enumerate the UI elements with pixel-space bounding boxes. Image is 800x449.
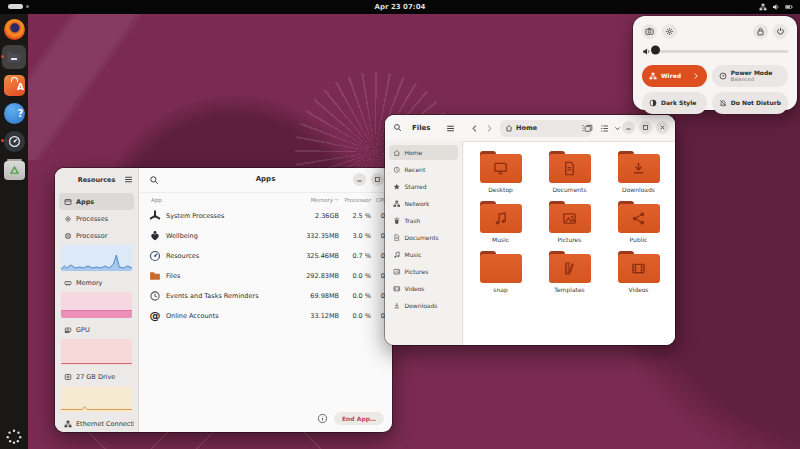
dock-item[interactable] [2, 17, 26, 41]
table-row[interactable]: Events and Tasks Reminders 69.98MB 0.0 %… [139, 286, 392, 306]
folder-item[interactable]: Downloads [607, 151, 671, 193]
camera-icon [645, 27, 654, 36]
sidebar-item[interactable]: Ethernet Connecti… [59, 415, 134, 432]
quick-settings-tile[interactable]: Power Mode Balanced [712, 65, 788, 87]
clock[interactable]: Apr 23 07:04 [0, 3, 800, 11]
folder-item[interactable]: Music [469, 201, 533, 243]
volume-knob[interactable] [651, 45, 660, 54]
app-icon [4, 103, 25, 124]
sidebar-item[interactable]: Documents [389, 230, 458, 245]
close-button[interactable] [656, 121, 669, 134]
dock-item[interactable] [2, 45, 26, 69]
sidebar-item-icon [64, 326, 72, 334]
tab-overview-icon[interactable] [584, 124, 593, 133]
folder-item[interactable]: Pictures [538, 201, 602, 243]
quick-settings-tile[interactable]: Wired [642, 65, 707, 87]
maximize-button[interactable] [639, 121, 652, 134]
folder-item[interactable]: Desktop [469, 151, 533, 193]
folder-item[interactable]: Documents [538, 151, 602, 193]
chevron-right-icon[interactable] [692, 72, 700, 80]
path-bar[interactable]: Home [500, 120, 592, 137]
folder-item[interactable]: Public [607, 201, 671, 243]
list-view-icon[interactable] [600, 124, 609, 133]
minimize-button[interactable] [622, 121, 635, 134]
power-icon [776, 27, 785, 36]
menu-icon[interactable] [446, 124, 455, 133]
sidebar-item[interactable]: Processes [59, 210, 134, 227]
sidebar-item[interactable]: Videos [389, 281, 458, 296]
volume-slider[interactable] [656, 50, 788, 54]
power-button[interactable] [773, 24, 788, 39]
sidebar-item[interactable]: Starred [389, 179, 458, 194]
dock-item[interactable] [2, 73, 26, 97]
folder-item[interactable]: Templates [538, 251, 602, 293]
sidebar-item[interactable]: 27 GB Drive [59, 368, 134, 385]
folder-item[interactable]: Videos [607, 251, 671, 293]
sidebar-item-label: Processor [76, 232, 107, 240]
forward-button[interactable] [485, 124, 494, 133]
sidebar-item[interactable]: Recent [389, 162, 458, 177]
sidebar-item-label: Videos [405, 285, 425, 292]
menu-icon[interactable] [124, 175, 133, 184]
dock-item[interactable] [2, 129, 26, 153]
sidebar-item-label: 27 GB Drive [76, 373, 115, 381]
app-icon [4, 161, 25, 180]
folder-label: snap [493, 286, 507, 293]
screenshot-button[interactable] [642, 24, 657, 39]
folder-glyph-icon [493, 161, 508, 176]
sidebar-item-icon [393, 234, 401, 242]
end-app-button[interactable]: End App… [334, 412, 384, 425]
sidebar-item[interactable]: Apps [59, 193, 134, 210]
sidebar-item[interactable]: Pictures [389, 264, 458, 279]
quick-settings-tile[interactable]: Dark Style [642, 92, 707, 114]
search-icon[interactable] [393, 123, 402, 132]
quick-settings-tile[interactable]: Do Not Disturb [712, 92, 788, 114]
view-options-chevron-icon[interactable] [614, 125, 621, 132]
sidebar-item-icon [64, 420, 72, 428]
column-memory[interactable]: Memory [281, 197, 339, 203]
minimize-button[interactable] [353, 173, 366, 186]
volume-icon [772, 3, 780, 11]
sidebar-item[interactable]: Downloads [389, 298, 458, 313]
app-icon [4, 47, 25, 68]
dock-item[interactable] [2, 101, 26, 125]
folder-label: Public [630, 236, 648, 243]
table-row[interactable]: Files 292.83MB 0.0 % 0. [139, 266, 392, 286]
sidebar-item[interactable]: Network [389, 196, 458, 211]
maximize-button[interactable] [371, 173, 384, 186]
column-processor[interactable]: Processor [339, 197, 371, 203]
folder-label: Templates [554, 286, 585, 293]
quick-settings-tiles: Wired Power Mode Balanced Dark Style [642, 65, 788, 114]
back-button[interactable] [470, 124, 479, 133]
lock-screen-button[interactable] [753, 24, 768, 39]
sidebar-item[interactable]: Memory [59, 274, 134, 291]
resources-window: Resources Apps Processes Proces [55, 168, 392, 432]
sidebar-item[interactable]: Home [389, 145, 458, 160]
column-app[interactable]: App [151, 197, 281, 203]
table-row[interactable]: Resources 325.46MB 0.7 % 0. [139, 246, 392, 266]
folder-icon [618, 151, 660, 183]
app-row-icon [149, 290, 161, 302]
folder-grid: Desktop Documents [464, 142, 675, 345]
table-row[interactable]: System Processes 2.36GB 2.5 % 0. [139, 206, 392, 226]
dock-item[interactable] [2, 157, 26, 181]
settings-button[interactable] [662, 24, 677, 39]
folder-glyph-icon [493, 211, 508, 226]
sidebar-item[interactable]: GPU [59, 321, 134, 338]
info-icon[interactable] [317, 413, 328, 424]
sidebar-item-icon [393, 200, 401, 208]
app-processor: 0.0 % [339, 312, 371, 320]
table-row[interactable]: Wellbeing 332.35MB 3.0 % 0. [139, 226, 392, 246]
sidebar-item-icon [393, 285, 401, 293]
sidebar-item[interactable]: Trash [389, 213, 458, 228]
show-apps-button[interactable] [6, 428, 23, 445]
sidebar-item[interactable]: Processor [59, 227, 134, 244]
folder-item[interactable]: snap [469, 251, 533, 293]
maximize-icon [642, 124, 649, 131]
app-row-icon [149, 250, 161, 262]
sidebar-mini-graph [61, 245, 132, 271]
quick-settings-header [642, 24, 788, 39]
table-row[interactable]: @ Online Accounts 33.12MB 0.0 % 0. [139, 306, 392, 326]
system-status-area[interactable] [759, 3, 793, 11]
sidebar-item[interactable]: Music [389, 247, 458, 262]
